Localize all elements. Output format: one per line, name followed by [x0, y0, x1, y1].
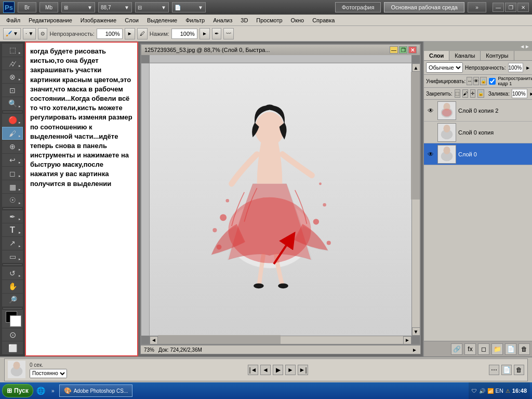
new-group-btn[interactable]: 📁	[491, 343, 503, 355]
tray-volume[interactable]: 🔊	[479, 388, 485, 394]
mini-bridge-btn[interactable]: Mb	[39, 2, 58, 12]
prev-frame-btn[interactable]: ◄	[260, 365, 271, 375]
flow-icon[interactable]: 〰	[223, 28, 234, 39]
menu-view[interactable]: Просмотр	[252, 16, 286, 24]
layer-item-0[interactable]: 👁 Слой 0	[424, 143, 532, 165]
layer-style-btn[interactable]: fx	[464, 343, 476, 355]
unify-pos-btn[interactable]: ↔	[467, 77, 472, 85]
next-frame-btn[interactable]: ►	[285, 365, 296, 375]
foreground-bg-colors[interactable]	[2, 310, 23, 327]
lang-indicator[interactable]: EN	[496, 388, 503, 394]
tool-crop[interactable]: ⊡	[2, 84, 23, 97]
canvas-restore-btn[interactable]: ❐	[399, 46, 407, 54]
loop-select[interactable]: Постоянно	[30, 369, 67, 378]
tween-btn[interactable]: ⋯	[489, 365, 499, 375]
tool-pen[interactable]: ✒▸	[2, 210, 23, 223]
quick-launch-ie[interactable]: 🌐	[35, 385, 47, 396]
workspace-btn[interactable]: Основная рабочая среда	[384, 2, 464, 12]
collapse-icon[interactable]: ◄►	[520, 44, 530, 49]
scroll-left-btn[interactable]: ◄	[150, 336, 158, 344]
tool-quick-select[interactable]: ⊗▸	[2, 70, 23, 83]
tool-3d-rotate[interactable]: ↺▸	[2, 267, 23, 280]
scroll-right-btn[interactable]: ►	[403, 336, 411, 344]
tool-spot-heal[interactable]: 🔴▸	[2, 114, 23, 127]
opacity-arrow-layers[interactable]: ►	[525, 65, 530, 71]
tool-type[interactable]: T▸	[2, 223, 23, 236]
tray-network[interactable]: 📶	[487, 388, 494, 394]
lock-move-btn[interactable]: ✛	[470, 89, 475, 98]
canvas-minimize-btn[interactable]: —	[390, 46, 398, 54]
tab-layers[interactable]: Слои	[424, 51, 449, 60]
scroll-thumb-h[interactable]	[158, 335, 281, 345]
menu-analysis[interactable]: Анализ	[209, 16, 236, 24]
link-layers-btn[interactable]: 🔗	[451, 343, 462, 355]
horizontal-scrollbar[interactable]: ◄ ►	[150, 336, 411, 344]
nav-arrow-right[interactable]: ►	[412, 347, 417, 353]
layer-eye-0-copy[interactable]	[426, 128, 435, 137]
tool-gradient[interactable]: ▦▸	[2, 180, 23, 193]
tool-eyedropper[interactable]: 🔍▸	[2, 97, 23, 110]
scroll-up-btn[interactable]: ▲	[412, 63, 420, 72]
duplicate-frame-btn[interactable]: 📄	[501, 365, 512, 375]
menu-filter[interactable]: Фильтр	[181, 16, 209, 24]
tray-antivirus[interactable]: 🛡	[472, 388, 477, 394]
layer-eye-0[interactable]: 👁	[426, 150, 435, 159]
close-btn[interactable]: ✕	[517, 3, 529, 12]
layer-eye-0-copy-2[interactable]: 👁	[426, 106, 435, 115]
tool-dodge[interactable]: ☉▸	[2, 194, 23, 207]
menu-3d[interactable]: 3D	[236, 16, 252, 24]
delete-frame-btn[interactable]: 🗑	[514, 365, 524, 375]
opacity-arrow[interactable]: ►	[125, 28, 135, 39]
ps-image[interactable]	[150, 63, 411, 336]
minimize-btn[interactable]: —	[493, 3, 504, 12]
opacity-field-layers[interactable]: 100%	[508, 63, 524, 72]
new-layer-btn[interactable]: 📄	[505, 343, 516, 355]
unify-lock-btn[interactable]: 🔒	[480, 77, 487, 85]
brush-options-btn[interactable]: ⊙	[38, 28, 47, 39]
more-btn[interactable]: »	[468, 2, 486, 12]
tool-preset-btn[interactable]: 🖌️▼	[3, 28, 21, 39]
menu-help[interactable]: Справка	[308, 16, 339, 24]
lock-all-btn[interactable]: 🔒	[477, 89, 484, 98]
spread-checkbox[interactable]	[489, 78, 496, 85]
menu-edit[interactable]: Редактирование	[24, 16, 76, 24]
scroll-down-btn[interactable]: ▼	[412, 327, 420, 336]
fotografia-btn[interactable]: Фотография	[335, 2, 381, 12]
lock-transparent-btn[interactable]: ⬚	[455, 89, 460, 98]
menu-layers[interactable]: Слои	[121, 16, 143, 24]
screen-mode-btn[interactable]: ⬜	[2, 341, 23, 354]
menu-select[interactable]: Выделение	[143, 16, 181, 24]
blend-mode-select[interactable]: Обычные	[426, 62, 463, 73]
tray-warning[interactable]: ⚠	[506, 388, 510, 394]
tool-path-select[interactable]: ↗▸	[2, 237, 23, 250]
bridge-btn[interactable]: Br	[18, 2, 36, 12]
opacity-icon[interactable]: 🖊	[137, 28, 148, 39]
quick-mask-btn[interactable]: ⊙	[2, 328, 23, 341]
canvas-close-btn[interactable]: ✕	[408, 46, 417, 54]
unify-vis-btn[interactable]: 👁	[473, 77, 479, 85]
play-btn[interactable]: ▶	[273, 365, 283, 375]
tool-lasso[interactable]: ⌭▸	[2, 57, 23, 70]
document-btn[interactable]: 📄▼	[172, 2, 206, 12]
menu-window[interactable]: Окно	[287, 16, 309, 24]
restore-btn[interactable]: ❐	[505, 3, 516, 12]
scroll-thumb-v[interactable]	[411, 72, 421, 200]
tool-clone[interactable]: ⊕▸	[2, 140, 23, 153]
layer-item-0-copy-2[interactable]: 👁 Слой 0 копия 2	[424, 100, 532, 122]
opacity-value[interactable]: 100%	[97, 29, 123, 39]
layer-item-0-copy[interactable]: Слой 0 копия	[424, 122, 532, 143]
pressure-value[interactable]: 100%	[171, 29, 197, 39]
tab-paths[interactable]: Контуры	[481, 51, 514, 60]
menu-file[interactable]: Файл	[2, 16, 24, 24]
tool-select-rect[interactable]: ⬚▸	[2, 44, 23, 57]
tool-shape[interactable]: ▭▸	[2, 250, 23, 263]
first-frame-btn[interactable]: |◄	[248, 365, 258, 375]
quick-launch-arrow[interactable]: »	[49, 385, 57, 396]
last-frame-btn[interactable]: ►|	[298, 365, 308, 375]
view-btn[interactable]: ⊟▼	[135, 2, 169, 12]
tool-history-brush[interactable]: ↩▸	[2, 154, 23, 167]
taskbar-photoshop[interactable]: 🎨 Adobe Photoshop CS...	[59, 384, 133, 397]
zoom-btn[interactable]: 88,7▼	[98, 2, 132, 12]
tool-hand[interactable]: ✋	[2, 280, 23, 293]
airbrush-btn[interactable]: ✒	[212, 28, 221, 39]
